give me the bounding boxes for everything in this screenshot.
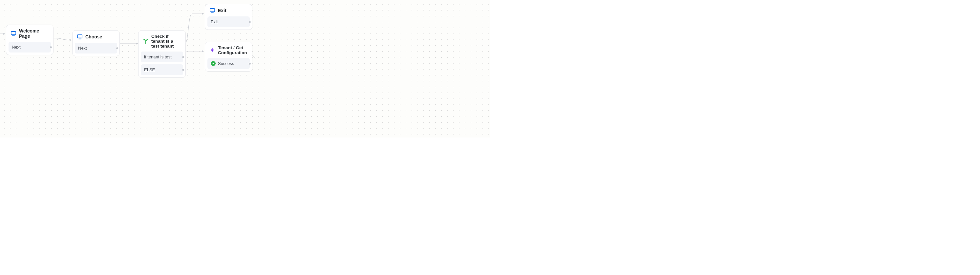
- bolt-icon: [209, 47, 215, 53]
- node-header: Tenant / Get Configuration: [207, 44, 250, 58]
- port-handle[interactable]: [49, 46, 52, 49]
- port-handle[interactable]: [182, 68, 185, 71]
- screen-icon: [77, 34, 83, 40]
- node-title: Exit: [218, 8, 226, 13]
- port-next[interactable]: Next: [8, 42, 51, 52]
- branch-icon: [143, 38, 149, 44]
- screen-icon: [209, 8, 215, 13]
- svg-rect-2: [78, 35, 82, 38]
- port-label: Success: [218, 61, 234, 66]
- node-title: Tenant / Get Configuration: [218, 45, 248, 55]
- node-header: Welcome Page: [8, 27, 51, 42]
- port-handle[interactable]: [182, 56, 185, 59]
- port-label: Next: [78, 46, 87, 51]
- port-handle[interactable]: [248, 62, 251, 65]
- node-choose[interactable]: Choose Next: [72, 30, 120, 56]
- port-label: Exit: [211, 19, 218, 24]
- svg-rect-0: [11, 32, 16, 35]
- port-label: if tenant is test: [144, 54, 172, 59]
- port-label: ELSE: [144, 67, 155, 72]
- check-icon: [211, 61, 216, 66]
- node-title: Check if tenant is a test tenant: [151, 34, 181, 49]
- node-welcome-page[interactable]: Welcome Page Next: [6, 25, 54, 55]
- flow-canvas[interactable]: Welcome Page Next Choose Next: [0, 0, 490, 138]
- port-if-tenant-is-test[interactable]: if tenant is test: [141, 51, 183, 62]
- node-title: Choose: [85, 34, 102, 40]
- port-success[interactable]: Success: [207, 58, 250, 69]
- port-else[interactable]: ELSE: [141, 64, 183, 75]
- node-title: Welcome Page: [19, 28, 49, 39]
- port-exit[interactable]: Exit: [207, 16, 250, 27]
- node-header: Exit: [207, 6, 250, 16]
- port-label: Next: [12, 45, 21, 49]
- node-header: Check if tenant is a test tenant: [141, 33, 183, 51]
- port-handle[interactable]: [248, 21, 251, 23]
- svg-rect-4: [210, 8, 215, 12]
- node-tenant-get-configuration[interactable]: Tenant / Get Configuration Success: [205, 42, 252, 72]
- screen-icon: [11, 30, 16, 37]
- node-header: Choose: [75, 33, 117, 43]
- node-exit[interactable]: Exit Exit: [205, 4, 252, 30]
- node-check-tenant[interactable]: Check if tenant is a test tenant if tena…: [138, 30, 186, 78]
- port-next[interactable]: Next: [75, 43, 117, 54]
- port-handle[interactable]: [116, 47, 118, 49]
